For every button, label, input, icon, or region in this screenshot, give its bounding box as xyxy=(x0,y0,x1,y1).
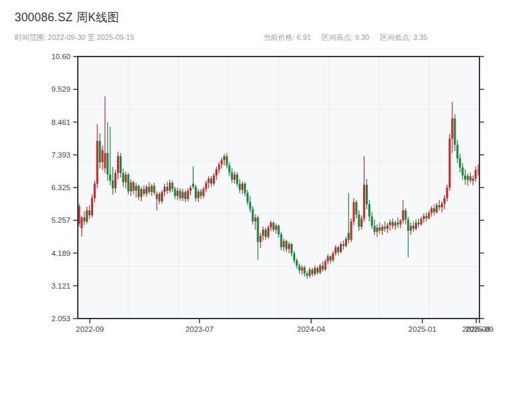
candle-body xyxy=(311,269,313,274)
candle-body xyxy=(410,225,412,230)
candle-body xyxy=(239,184,241,190)
candle-body xyxy=(444,198,446,203)
candle-body xyxy=(195,187,197,198)
candle-body xyxy=(231,172,233,180)
candle-body xyxy=(340,244,342,252)
y-tick-label: 10.60 xyxy=(51,53,70,61)
candle-body xyxy=(112,181,114,189)
candle-body xyxy=(317,268,319,273)
candle-body xyxy=(456,145,458,158)
candle-body xyxy=(164,187,166,192)
candle-body xyxy=(441,203,443,207)
candle-body xyxy=(148,187,150,192)
candle-body xyxy=(122,173,124,182)
candle-body xyxy=(371,217,373,226)
candle-body xyxy=(446,188,448,198)
candle-body xyxy=(146,187,148,194)
x-tick-label: 2023-07 xyxy=(186,325,213,333)
candle-body xyxy=(394,223,396,226)
candle-body xyxy=(262,229,264,235)
candle-body xyxy=(200,192,202,196)
candle-body xyxy=(374,225,376,231)
candle-body xyxy=(117,156,119,173)
candle-body xyxy=(329,257,331,261)
candle-body xyxy=(378,227,380,231)
y-tick-label: 9.529 xyxy=(51,85,70,93)
candle-body xyxy=(404,210,406,219)
candle-body xyxy=(285,241,287,249)
candle-body xyxy=(355,202,357,214)
candle-body xyxy=(233,174,235,180)
candle-body xyxy=(291,244,293,253)
candle-body xyxy=(138,186,140,198)
candle-body xyxy=(334,247,336,253)
candle-body xyxy=(244,184,246,193)
candle-body xyxy=(407,219,409,231)
candle-body xyxy=(345,239,347,246)
candle-body xyxy=(94,184,96,198)
candle-body xyxy=(251,209,253,221)
candle-body xyxy=(288,244,290,249)
candle-body xyxy=(299,265,301,270)
candle-body xyxy=(376,227,378,231)
candle-body xyxy=(454,118,456,145)
candle-body xyxy=(198,192,200,198)
candle-body xyxy=(342,244,344,246)
candle-body xyxy=(130,182,132,192)
candle-body xyxy=(283,241,285,247)
y-tick-label: 7.393 xyxy=(51,151,70,159)
candle-body xyxy=(161,192,163,201)
candle-body xyxy=(174,189,176,196)
candle-body xyxy=(459,158,461,168)
candle-body xyxy=(228,166,230,173)
candle-wick xyxy=(255,214,255,229)
candle-body xyxy=(169,183,171,191)
candle-body xyxy=(392,222,394,226)
candle-body xyxy=(426,216,428,219)
candle-body xyxy=(423,216,425,219)
candle-body xyxy=(420,219,422,224)
candle-body xyxy=(436,205,438,213)
candle-body xyxy=(99,141,101,162)
candle-body xyxy=(402,210,404,220)
candle-body xyxy=(319,265,321,273)
candle-body xyxy=(254,217,256,221)
candle-body xyxy=(192,184,194,187)
candle-body xyxy=(166,187,168,191)
candle-body xyxy=(296,261,298,266)
candle-body xyxy=(464,176,466,180)
candle-body xyxy=(205,183,207,189)
candle-body xyxy=(275,225,277,229)
candle-body xyxy=(273,223,275,230)
candle-body xyxy=(190,188,192,191)
x-tick-label: 2022-09 xyxy=(76,325,104,333)
candle-body xyxy=(270,223,272,227)
candle-body xyxy=(247,193,249,202)
candle-body xyxy=(210,178,212,184)
candle-wick xyxy=(398,217,398,227)
candle-body xyxy=(306,273,308,275)
candle-body xyxy=(259,236,261,242)
candle-body xyxy=(156,194,158,200)
candle-body xyxy=(277,225,279,234)
candle-body xyxy=(86,210,88,221)
y-tick-label: 5.257 xyxy=(51,216,70,224)
candle-body xyxy=(106,153,108,174)
candle-body xyxy=(176,191,178,196)
candle-body xyxy=(257,217,259,242)
y-tick-label: 8.461 xyxy=(51,118,70,126)
candle-body xyxy=(415,223,417,229)
candle-body xyxy=(449,139,451,188)
candle-body xyxy=(358,214,360,226)
candle-body xyxy=(125,174,127,182)
candle-body xyxy=(88,210,90,215)
kline-chart: 10.609.5298.4617.3936.3255.2574.1893.121… xyxy=(0,0,532,399)
candle-body xyxy=(265,229,267,237)
candle-body xyxy=(475,170,477,179)
candle-body xyxy=(158,194,160,201)
candle-body xyxy=(91,198,93,215)
candle-body xyxy=(215,170,217,176)
candle-body xyxy=(80,217,82,228)
candle-body xyxy=(348,233,350,240)
candle-body xyxy=(132,182,134,191)
